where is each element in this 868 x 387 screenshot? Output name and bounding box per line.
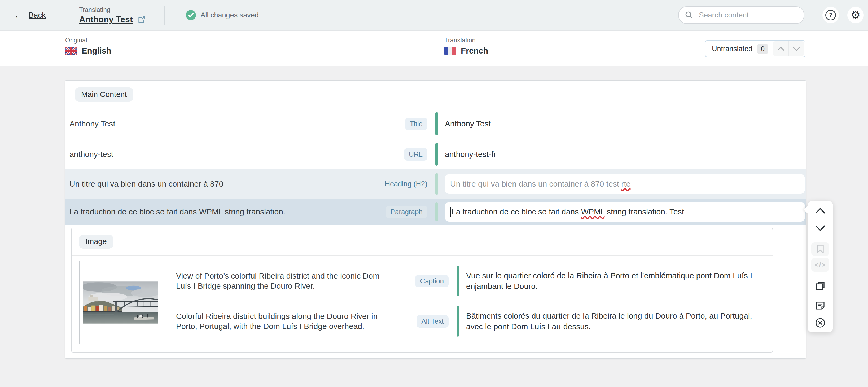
- translation-input-focused[interactable]: La traduction de ce bloc se fait dans WP…: [445, 202, 805, 222]
- translated-indicator-bar: [435, 112, 438, 135]
- translating-block: Translating Anthony Test: [79, 6, 146, 24]
- row-url[interactable]: anthony-test URL anthony-test-fr: [65, 139, 806, 169]
- divider: [812, 237, 829, 238]
- top-bar: ← Back Translating Anthony Test All chan…: [0, 0, 868, 31]
- translation-text[interactable]: Anthony Test: [445, 119, 804, 129]
- settings-button[interactable]: ⚙: [847, 7, 864, 23]
- translation-text[interactable]: anthony-test-fr: [445, 149, 804, 159]
- field-type-badge: Caption: [415, 275, 448, 287]
- notes-button[interactable]: [811, 299, 829, 312]
- save-status-text: All changes saved: [201, 11, 259, 19]
- dismiss-button[interactable]: [811, 317, 829, 329]
- chevron-down-icon: [793, 47, 800, 51]
- translation-text: La traduction de ce bloc se fait dans: [452, 207, 581, 216]
- language-bar: Original English Translation: [0, 31, 868, 66]
- next-row-button[interactable]: [811, 222, 829, 234]
- original-language-name: English: [82, 46, 111, 56]
- chevron-down-icon: [815, 225, 826, 231]
- field-type-badge: Alt Text: [416, 315, 448, 328]
- translation-text: string translation. Test: [605, 207, 684, 216]
- untranslated-filter[interactable]: Untranslated 0: [705, 40, 805, 57]
- chevron-up-icon: [777, 47, 784, 51]
- uk-flag-icon: [65, 47, 77, 55]
- code-view-button-disabled[interactable]: </>: [811, 258, 829, 272]
- bookmark-button-disabled[interactable]: [811, 242, 829, 256]
- next-untranslated-button[interactable]: [788, 41, 804, 56]
- external-link-icon[interactable]: [137, 15, 146, 24]
- source-text: Colorful Ribeira district buildings alon…: [176, 311, 388, 331]
- filter-count-badge: 0: [757, 44, 768, 54]
- source-text: anthony-test: [69, 149, 366, 159]
- section-chip-main-content: Main Content: [75, 88, 133, 101]
- filter-label: Untranslated: [712, 45, 752, 53]
- circle-x-icon: [815, 318, 825, 328]
- copy-source-button[interactable]: [811, 280, 829, 292]
- translation-label: Translation: [444, 37, 488, 44]
- misspelled-word: WPML: [581, 207, 605, 216]
- misspelled-word: rte: [621, 180, 630, 188]
- translation-text[interactable]: Bâtiments colorés du quartier de la Ribe…: [466, 311, 773, 332]
- help-button[interactable]: ?: [823, 7, 839, 23]
- source-text: Anthony Test: [69, 119, 366, 129]
- divider: [812, 295, 829, 296]
- translated-indicator-bar: [457, 306, 459, 336]
- save-status: All changes saved: [186, 10, 259, 20]
- translation-language-block: Translation French: [444, 37, 488, 56]
- text-cursor: [450, 207, 451, 217]
- field-type-badge: Title: [405, 118, 427, 130]
- search-input[interactable]: [698, 10, 798, 20]
- translation-language-name: French: [461, 46, 488, 56]
- original-language-block: Original English: [65, 37, 111, 56]
- source-text: La traduction de ce bloc se fait dans WP…: [69, 207, 366, 217]
- row-alt-text[interactable]: Colorful Ribeira district buildings alon…: [176, 301, 773, 342]
- image-thumbnail: [79, 261, 162, 344]
- chevron-up-icon: [815, 208, 826, 214]
- bookmark-icon: [816, 245, 824, 253]
- source-text: Un titre qui va bien dans un container à…: [69, 179, 366, 189]
- previous-untranslated-button[interactable]: [773, 41, 788, 56]
- translated-indicator-bar: [435, 143, 438, 166]
- row-caption[interactable]: View of Porto’s colorful Ribeira distric…: [176, 261, 773, 301]
- back-button[interactable]: ← Back: [14, 10, 45, 20]
- field-type-badge: Paragraph: [386, 206, 427, 218]
- porto-bridge-photo: [83, 281, 158, 324]
- divider: [64, 6, 64, 25]
- translated-indicator-bar: [457, 266, 459, 296]
- field-type-label: Heading (H2): [385, 180, 427, 188]
- french-flag-icon: [444, 47, 456, 55]
- translating-label: Translating: [79, 6, 146, 13]
- translated-indicator-bar: [435, 202, 438, 221]
- source-text: View of Porto’s colorful Ribeira distric…: [176, 271, 388, 291]
- original-label: Original: [65, 37, 111, 44]
- gear-icon: ⚙: [850, 9, 861, 21]
- check-icon: [186, 10, 196, 20]
- translation-text[interactable]: Vue sur le quartier coloré de la Ribeira…: [466, 270, 773, 292]
- translation-editor: ← Back Translating Anthony Test All chan…: [0, 0, 868, 387]
- main-content-card: Main Content Anthony Test Title Anthony …: [65, 80, 806, 359]
- back-arrow-icon: ←: [14, 10, 24, 20]
- row-title[interactable]: Anthony Test Title Anthony Test: [65, 108, 806, 139]
- note-icon: [816, 301, 825, 310]
- translation-text: Un titre qui va bien dans un container à…: [450, 180, 621, 188]
- row-actions-toolbar: </>: [808, 201, 833, 332]
- document-title-link[interactable]: Anthony Test: [79, 14, 132, 24]
- translation-input[interactable]: Un titre qui va bien dans un container à…: [445, 174, 805, 194]
- search-box[interactable]: [678, 6, 804, 24]
- divider: [812, 276, 829, 277]
- back-label: Back: [29, 11, 45, 20]
- field-type-badge: URL: [404, 148, 427, 161]
- search-icon: [685, 11, 693, 19]
- image-block-card: Image: [71, 228, 773, 353]
- row-heading[interactable]: Un titre qui va bien dans un container à…: [65, 169, 806, 198]
- row-paragraph-selected[interactable]: La traduction de ce bloc se fait dans WP…: [65, 198, 806, 225]
- divider: [164, 6, 165, 25]
- section-chip-image: Image: [79, 234, 113, 249]
- help-icon: ?: [825, 10, 836, 21]
- previous-row-button[interactable]: [811, 205, 829, 217]
- translated-indicator-bar: [435, 173, 438, 195]
- code-icon: </>: [815, 261, 826, 269]
- copy-icon: [816, 282, 825, 291]
